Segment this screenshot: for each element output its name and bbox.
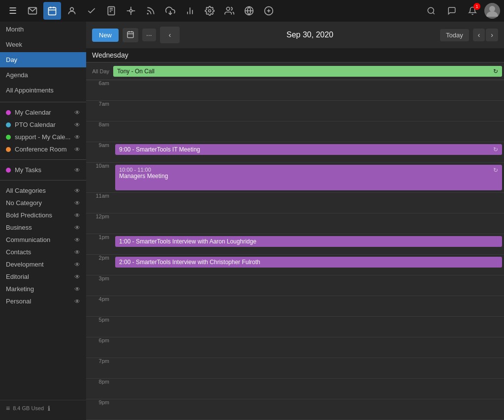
sidebar-support-calendar[interactable]: support - My Cale... 👁 <box>0 131 86 143</box>
plus-circle-icon[interactable] <box>260 2 278 20</box>
hour-row-4pm[interactable]: 4pm <box>86 296 504 317</box>
sidebar-contacts[interactable]: Contacts 👁 <box>0 246 86 258</box>
svg-rect-1 <box>49 7 56 15</box>
support-calendar-dot <box>6 135 11 140</box>
time-6am: 6am <box>86 80 113 100</box>
hour-row-8am[interactable]: 8am <box>86 121 504 142</box>
bold-predictions-visibility-icon[interactable]: 👁 <box>74 212 80 219</box>
sidebar-business[interactable]: Business 👁 <box>0 221 86 234</box>
users-icon[interactable] <box>220 2 238 20</box>
business-label: Business <box>6 224 32 231</box>
avatar[interactable] <box>484 3 500 19</box>
development-label: Development <box>6 261 44 268</box>
sidebar-communication[interactable]: Communication 👁 <box>0 234 86 246</box>
hour-row-9am[interactable]: 9am 9:00 - SmarterTools IT Meeting ↻ <box>86 142 504 163</box>
hour-row-10am[interactable]: 10am 10:00 - 11:00 Managers Meeting ↻ <box>86 163 504 193</box>
pto-calendar-dot <box>6 122 11 127</box>
editorial-label: Editorial <box>6 273 29 280</box>
event-10am-managers[interactable]: 10:00 - 11:00 Managers Meeting ↻ <box>115 165 502 190</box>
rss-icon[interactable] <box>142 2 159 20</box>
today-button[interactable]: Today <box>440 29 469 41</box>
inbox-icon[interactable] <box>161 2 179 20</box>
sidebar-my-calendar[interactable]: My Calendar 👁 <box>0 106 86 119</box>
search-icon[interactable] <box>422 2 440 20</box>
hour-row-6am[interactable]: 6am <box>86 80 504 101</box>
contacts-visibility-icon[interactable]: 👁 <box>74 249 80 256</box>
hour-row-6pm[interactable]: 6pm <box>86 337 504 358</box>
sidebar-item-agenda[interactable]: Agenda <box>0 67 86 83</box>
calendar-view-icon-button[interactable] <box>123 28 138 42</box>
settings-icon[interactable] <box>201 2 219 20</box>
sidebar-marketing[interactable]: Marketing 👁 <box>0 283 86 295</box>
menu-icon[interactable]: ☰ <box>4 2 22 20</box>
sidebar-conference-room[interactable]: Conference Room 👁 <box>0 143 86 155</box>
sidebar-pto-calendar[interactable]: PTO Calendar 👁 <box>0 119 86 131</box>
next-date-button[interactable]: › <box>486 29 498 41</box>
hour-row-8pm[interactable]: 8pm <box>86 379 504 399</box>
hour-row-3pm[interactable]: 3pm <box>86 275 504 296</box>
conference-room-visibility-icon[interactable]: 👁 <box>74 146 80 153</box>
support-calendar-label: support - My Cale... <box>15 133 70 141</box>
contacts-icon[interactable] <box>63 2 81 20</box>
my-calendar-visibility-icon[interactable]: 👁 <box>74 109 80 116</box>
hour-row-7pm[interactable]: 7pm <box>86 358 504 379</box>
hour-row-9pm[interactable]: 9pm <box>86 399 504 420</box>
hour-row-11am[interactable]: 11am <box>86 193 504 213</box>
info-icon[interactable]: ℹ <box>48 405 50 412</box>
bell-icon[interactable]: 1 <box>464 2 481 20</box>
time-1pm: 1pm <box>86 234 113 254</box>
conference-room-dot <box>6 147 11 152</box>
sidebar-no-category[interactable]: No Category 👁 <box>0 197 86 209</box>
event-2pm-interview[interactable]: 2:00 - SmarterTools Interview with Chris… <box>115 257 502 268</box>
hour-row-7am[interactable]: 7am <box>86 101 504 121</box>
hour-row-1pm[interactable]: 1pm 1:00 - SmarterTools Interview with A… <box>86 234 504 255</box>
all-categories-visibility-icon[interactable]: 👁 <box>74 187 80 194</box>
hour-row-2pm[interactable]: 2pm 2:00 - SmarterTools Interview with C… <box>86 255 504 275</box>
sidebar-editorial[interactable]: Editorial 👁 <box>0 270 86 283</box>
marketing-visibility-icon[interactable]: 👁 <box>74 286 80 293</box>
sidebar-item-all-appointments[interactable]: All Appointments <box>0 83 86 98</box>
no-category-visibility-icon[interactable]: 👁 <box>74 200 80 207</box>
my-tasks-visibility-icon[interactable]: 👁 <box>74 167 80 174</box>
hour-content-3pm <box>113 275 504 296</box>
event-1pm-title: 1:00 - SmarterTools Interview with Aaron… <box>119 238 256 245</box>
new-button[interactable]: New <box>92 29 119 42</box>
sidebar-personal[interactable]: Personal 👁 <box>0 295 86 307</box>
menu-footer-icon[interactable]: ≡ <box>6 404 10 412</box>
prev-button[interactable]: ‹ <box>160 27 180 43</box>
hour-row-5pm[interactable]: 5pm <box>86 317 504 337</box>
pto-calendar-visibility-icon[interactable]: 👁 <box>74 121 80 128</box>
svg-point-30 <box>489 6 495 12</box>
my-calendar-dot <box>6 110 11 115</box>
tasks-icon[interactable] <box>83 2 100 20</box>
event-10am-time: 10:00 - 11:00 <box>119 167 168 173</box>
reports-icon[interactable] <box>181 2 199 20</box>
chat-icon[interactable] <box>443 2 461 20</box>
sidebar-item-day[interactable]: Day <box>0 52 86 67</box>
support-calendar-visibility-icon[interactable]: 👁 <box>74 134 80 141</box>
hour-content-7am <box>113 101 504 121</box>
event-9am-meeting[interactable]: 9:00 - SmarterTools IT Meeting ↻ <box>115 144 502 155</box>
sidebar-item-week[interactable]: Week <box>0 37 86 52</box>
editorial-visibility-icon[interactable]: 👁 <box>74 273 80 280</box>
personal-visibility-icon[interactable]: 👁 <box>74 298 80 305</box>
hour-row-12pm[interactable]: 12pm <box>86 213 504 234</box>
business-visibility-icon[interactable]: 👁 <box>74 224 80 231</box>
calendar-icon[interactable] <box>43 2 61 20</box>
communication-visibility-icon[interactable]: 👁 <box>74 237 80 243</box>
sidebar-bold-predictions[interactable]: Bold Predictions 👁 <box>0 209 86 221</box>
sidebar-all-categories[interactable]: All Categories 👁 <box>0 184 86 197</box>
all-day-event[interactable]: Tony - On Call ↻ <box>113 66 502 77</box>
sidebar-item-month[interactable]: Month <box>0 22 86 37</box>
globe-icon[interactable] <box>240 2 258 20</box>
sidebar-my-tasks[interactable]: My Tasks 👁 <box>0 164 86 176</box>
prev-arrow[interactable]: ‹ <box>165 29 175 41</box>
prev-date-button[interactable]: ‹ <box>473 29 485 41</box>
event-1pm-interview[interactable]: 1:00 - SmarterTools Interview with Aaron… <box>115 236 502 247</box>
notes-icon[interactable] <box>102 2 120 20</box>
more-options-button[interactable]: ··· <box>142 29 156 41</box>
development-visibility-icon[interactable]: 👁 <box>74 261 80 268</box>
mail-icon[interactable] <box>24 2 41 20</box>
network-icon[interactable] <box>122 2 140 20</box>
sidebar-development[interactable]: Development 👁 <box>0 258 86 270</box>
